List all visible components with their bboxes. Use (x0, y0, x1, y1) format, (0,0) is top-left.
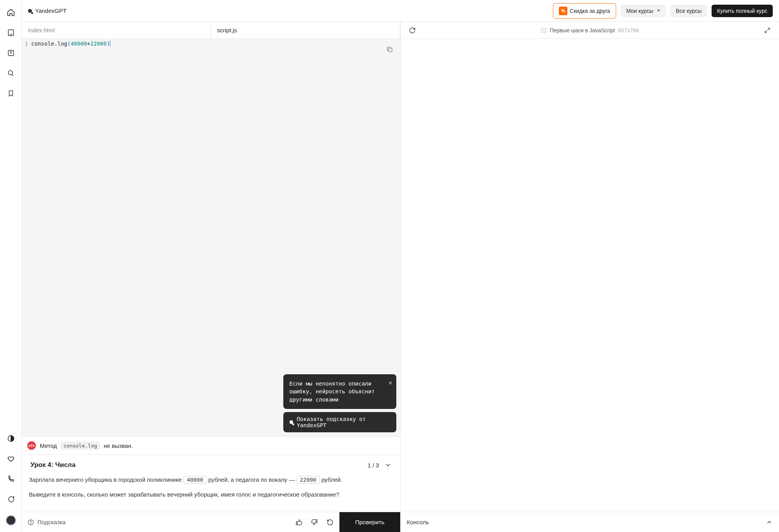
chevron-up-icon[interactable] (766, 519, 773, 526)
svg-point-6 (30, 523, 31, 524)
error-prefix: Метод (40, 442, 57, 449)
error-suffix: не вызван. (104, 442, 133, 449)
gpt-dot-icon (28, 9, 32, 13)
my-courses-button[interactable]: Мои курсы (621, 5, 666, 17)
code-content[interactable]: console.log(40000+22000) (31, 41, 400, 47)
question-icon (27, 519, 34, 526)
close-icon[interactable]: ✕ (389, 378, 392, 387)
hint-label: Подсказка (37, 519, 65, 525)
svg-rect-4 (389, 48, 392, 52)
editor-pane: index.html script.js 1 console.log(40000… (22, 22, 401, 532)
book-icon[interactable] (6, 28, 16, 37)
preview-pane: Первые шаги в JavaScript 607x766 Консоль (401, 22, 779, 532)
error-bar: </> Метод console.log не вызван. (22, 436, 400, 455)
task-text: рублей. (320, 476, 343, 483)
heart-icon[interactable] (6, 454, 16, 463)
phone-icon[interactable] (6, 474, 16, 484)
svg-point-2 (8, 70, 12, 75)
task-panel: Урок 4: Числа 1 / 3 Зарплата вечернего у… (22, 455, 400, 512)
hint-button[interactable]: Подсказка (27, 519, 65, 526)
show-gpt-hint-button[interactable]: Показать подсказку от YandexGPT (283, 412, 396, 432)
task-text: рублей, а педагога по вокалу — (207, 476, 296, 483)
task-title: Урок 4: Числа (30, 461, 367, 469)
chevron-down-icon (657, 10, 660, 12)
value-chip: 22000 (297, 476, 320, 484)
console-label: Консоль (407, 519, 766, 525)
tab-script-js[interactable]: script.js (211, 22, 400, 39)
search-icon[interactable] (6, 69, 16, 78)
friend-discount-label: Скидка за друга (570, 8, 610, 14)
chevron-down-icon[interactable] (385, 462, 392, 469)
thumbs-down-icon[interactable] (308, 516, 321, 528)
buy-full-button[interactable]: Купить полный курс (712, 5, 773, 17)
svg-rect-0 (8, 30, 13, 36)
my-courses-label: Мои курсы (626, 8, 653, 14)
percent-icon: % (559, 7, 567, 15)
image-icon (541, 27, 547, 33)
show-gpt-hint-label: Показать подсказку от YandexGPT (297, 416, 390, 428)
gpt-dot-icon (290, 420, 293, 424)
home-icon[interactable] (6, 8, 16, 17)
avatar[interactable] (5, 515, 16, 526)
gpt-label: YandexGPT (35, 7, 67, 14)
copy-icon[interactable] (385, 44, 395, 55)
task-text: Зарплата вечернего уборщика в городской … (29, 476, 183, 483)
console-bar[interactable]: Консоль (401, 512, 779, 532)
error-icon: </> (27, 441, 36, 450)
tab-index-html[interactable]: index.html (22, 22, 211, 39)
friend-discount-button[interactable]: % Скидка за друга (553, 3, 616, 19)
task-text: Выведите в консоль, сколько может зараба… (29, 490, 393, 499)
reset-icon[interactable] (324, 516, 336, 528)
error-code-chip: console.log (61, 442, 100, 449)
preview-title: Первые шаги в JavaScript (550, 27, 615, 33)
all-courses-button[interactable]: Все курсы (670, 5, 707, 17)
reload-icon[interactable] (406, 24, 419, 37)
thumbs-up-icon[interactable] (293, 516, 305, 528)
ai-tooltip: Если мы непонятно описали ошибку, нейрос… (283, 374, 396, 409)
preview-dims: 607x766 (618, 27, 639, 33)
bookmark-icon[interactable] (6, 89, 16, 98)
code-editor[interactable]: 1 console.log(40000+22000) Если мы непон… (22, 39, 400, 436)
value-chip: 40000 (183, 476, 207, 484)
theory-icon[interactable] (6, 48, 16, 58)
editor-line: 1 console.log(40000+22000) (22, 41, 400, 47)
check-button[interactable]: Проверить (339, 512, 400, 532)
sidebar-nav (0, 0, 22, 532)
expand-icon[interactable] (761, 24, 774, 37)
preview-body (401, 39, 779, 512)
topbar: YandexGPT % Скидка за друга Мои курсы Вс… (22, 0, 779, 22)
chat-icon[interactable] (6, 495, 16, 504)
task-body: Зарплата вечернего уборщика в городской … (22, 472, 400, 512)
ai-tooltip-text: Если мы непонятно описали ошибку, нейрос… (290, 381, 375, 403)
file-tabs: index.html script.js (22, 22, 400, 39)
task-progress: 1 / 3 (367, 462, 379, 469)
editor-footer: Подсказка Проверить (22, 512, 400, 532)
line-number: 1 (22, 41, 31, 47)
contrast-icon[interactable] (6, 434, 16, 443)
